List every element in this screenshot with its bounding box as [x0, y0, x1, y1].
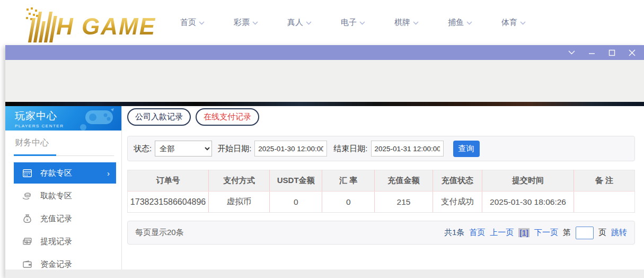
nav-item-label: 捕鱼	[448, 18, 464, 28]
tab-company-deposit-records[interactable]: 公司入款记录	[127, 108, 191, 126]
close-icon[interactable]	[628, 49, 636, 56]
maximize-icon[interactable]	[608, 49, 615, 56]
chevron-right-icon: ›	[107, 169, 110, 178]
chevron-down-icon	[306, 21, 312, 25]
nav-item-slots[interactable]: 电子	[341, 18, 365, 28]
status-label: 状态:	[134, 144, 152, 154]
status-select[interactable]: 全部	[155, 141, 212, 157]
sidebar-item-recharge-records[interactable]: ¥ 充值记录	[14, 208, 116, 229]
chevron-down-icon	[466, 21, 472, 25]
svg-text:¥: ¥	[26, 218, 28, 222]
window-dropdown-icon[interactable]	[568, 49, 575, 56]
cell-submit-time: 2025-01-30 18:06:26	[482, 192, 574, 213]
nav-item-label: 首页	[180, 18, 196, 28]
window-titlebar[interactable]	[5, 45, 644, 60]
header-recharge-status: 充值状态	[433, 170, 482, 192]
nav-item-label: 真人	[287, 18, 303, 28]
header-usdt-amount: USDT金额	[269, 170, 322, 192]
cell-order-number: 1738231586604896	[128, 192, 209, 213]
section-divider	[14, 154, 114, 156]
start-date-input[interactable]	[254, 141, 327, 157]
next-page-link[interactable]: 下一页	[534, 228, 558, 238]
start-date-label: 开始日期:	[217, 144, 251, 154]
decorative-band	[5, 102, 644, 106]
sidebar: 玩家中心 PLAYERS CENTER 财务中心	[5, 106, 122, 270]
chevron-down-icon	[413, 21, 419, 25]
table-header-row: 订单号 支付方式 USDT金额 汇 率 充值金额 充值状态 提交时间 备 注	[128, 170, 635, 192]
nav-item-cards[interactable]: 棋牌	[394, 18, 419, 28]
jump-suffix-label: 页	[598, 228, 606, 238]
hand-coins-icon	[22, 191, 32, 201]
end-date-label: 结束日期:	[333, 144, 367, 154]
nav-item-live[interactable]: 真人	[287, 18, 312, 28]
app-window: 玩家中心 PLAYERS CENTER 财务中心	[5, 45, 644, 278]
chevron-down-icon	[199, 21, 205, 25]
sidebar-menu: 存款专区 › 取款专区 ¥ 充值记录	[5, 162, 121, 275]
sidebar-item-withdraw-zone[interactable]: 取款专区	[14, 185, 116, 206]
main-menu: 首页 彩票 真人 电子 棋牌 捕鱼 体育	[180, 0, 526, 45]
filter-bar: 状态: 全部 开始日期: 结束日期: 查询	[127, 136, 635, 161]
sidebar-item-deposit-zone[interactable]: 存款专区 ›	[14, 162, 116, 184]
first-page-link[interactable]: 首页	[469, 228, 485, 238]
nav-item-label: 体育	[501, 18, 517, 28]
nav-item-sports[interactable]: 体育	[501, 18, 526, 28]
header-order-number: 订单号	[128, 170, 209, 192]
page-jump-input[interactable]	[576, 227, 594, 239]
nav-item-label: 电子	[341, 18, 357, 28]
query-button[interactable]: 查询	[453, 141, 480, 157]
pagination-controls: 共1条 首页 上一页 [1] 下一页 第 页 跳转	[444, 227, 627, 239]
window-controls	[568, 45, 636, 60]
nav-item-label: 棋牌	[394, 18, 410, 28]
sidebar-item-label: 提现记录	[40, 237, 72, 247]
wallet-icon	[22, 259, 32, 269]
header-payment-method: 支付方式	[209, 170, 270, 192]
sidebar-item-label: 取款专区	[40, 191, 72, 201]
total-count-text: 共1条	[444, 228, 464, 238]
cell-recharge-amount: 215	[375, 192, 433, 213]
minimize-icon[interactable]	[588, 49, 595, 56]
sidebar-item-label: 充值记录	[40, 214, 72, 224]
logo-bars	[28, 12, 58, 42]
deposit-card-icon	[22, 168, 32, 178]
chevron-down-icon	[359, 21, 365, 25]
header-submit-time: 提交时间	[482, 170, 574, 192]
sidebar-item-withdrawal-records[interactable]: 提现记录	[14, 231, 116, 252]
current-page-indicator: [1]	[518, 228, 530, 237]
banknote-icon	[22, 237, 32, 246]
gamepad-icon	[72, 108, 116, 131]
tab-online-payment-records[interactable]: 在线支付记录	[196, 108, 259, 126]
nav-item-home[interactable]: 首页	[180, 18, 205, 28]
logo-text: H GAME	[56, 15, 156, 44]
cell-remark	[574, 192, 635, 213]
cell-recharge-status: 支付成功	[433, 192, 482, 213]
end-date-input[interactable]	[371, 141, 444, 157]
page-size-text: 每页显示20条	[135, 228, 184, 238]
jump-link[interactable]: 跳转	[611, 228, 627, 238]
finance-center-title: 财务中心	[15, 137, 113, 149]
pagination-bar: 每页显示20条 共1条 首页 上一页 [1] 下一页 第 页 跳转	[127, 221, 635, 245]
record-tabs: 公司入款记录 在线支付记录	[127, 108, 635, 126]
money-bag-icon: ¥	[22, 214, 32, 223]
header-remark: 备 注	[574, 170, 635, 192]
records-table: 订单号 支付方式 USDT金额 汇 率 充值金额 充值状态 提交时间 备 注 1…	[127, 170, 635, 213]
sidebar-item-label: 资金记录	[40, 259, 72, 270]
table-row: 1738231586604896 虚拟币 0 0 215 支付成功 2025-0…	[128, 192, 635, 213]
top-navbar: H GAME 首页 彩票 真人 电子 棋牌 捕鱼 体育	[0, 0, 644, 45]
sidebar-item-label: 存款专区	[40, 168, 72, 178]
prev-page-link[interactable]: 上一页	[490, 228, 514, 238]
nav-item-lottery[interactable]: 彩票	[234, 18, 258, 28]
window-bottom-strip	[5, 270, 644, 278]
chevron-down-icon	[252, 21, 258, 25]
brand-logo[interactable]: H GAME	[25, 3, 156, 44]
logo-mark-icon	[25, 7, 56, 44]
jump-prefix-label: 第	[563, 228, 571, 238]
cell-payment-method: 虚拟币	[209, 192, 270, 213]
nav-item-fishing[interactable]: 捕鱼	[448, 18, 472, 28]
header-exchange-rate: 汇 率	[322, 170, 375, 192]
main-panel: 公司入款记录 在线支付记录 状态: 全部 开始日期: 结束日期: 查询	[122, 106, 644, 270]
cell-exchange-rate: 0	[322, 192, 375, 213]
nav-item-label: 彩票	[234, 18, 250, 28]
players-center-header: 玩家中心 PLAYERS CENTER	[5, 106, 121, 131]
cell-usdt-amount: 0	[269, 192, 322, 213]
header-recharge-amount: 充值金额	[375, 170, 433, 192]
